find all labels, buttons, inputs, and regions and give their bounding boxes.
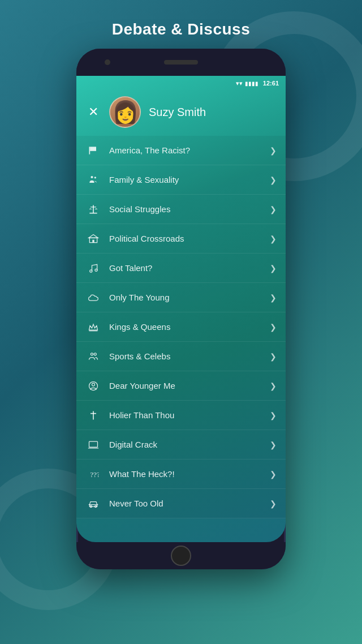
laptop-icon	[85, 437, 101, 453]
flag-icon	[85, 143, 101, 158]
front-camera	[105, 59, 110, 65]
phone-bottom-bezel	[76, 542, 286, 569]
chevron-icon: ❯	[270, 175, 277, 184]
close-button[interactable]: ✕	[85, 104, 101, 120]
family-icon	[85, 172, 101, 188]
chevron-icon: ❯	[270, 411, 277, 420]
chevron-icon: ❯	[270, 440, 277, 449]
menu-item-america-the-racist[interactable]: America, The Racist? ❯	[76, 136, 286, 165]
menu-item-label: Got Talent?	[109, 263, 270, 273]
time-display: 12:61	[263, 80, 279, 87]
chevron-icon: ❯	[270, 146, 277, 155]
menu-item-political-crossroads[interactable]: Political Crossroads ❯	[76, 224, 286, 254]
svg-point-12	[90, 353, 93, 355]
avatar	[109, 96, 141, 128]
menu-item-label: America, The Racist?	[109, 145, 270, 155]
question-icon: ???	[85, 466, 101, 482]
menu-item-what-the-heck[interactable]: ??? What The Heck?! ❯	[76, 460, 286, 489]
svg-point-1	[90, 175, 93, 178]
menu-list: America, The Racist? ❯ Family & Sexualit…	[76, 136, 286, 542]
nav-header: ✕ Suzy Smith	[76, 91, 286, 136]
svg-rect-18	[89, 441, 98, 447]
status-bar: ▾▾ ▮▮▮▮ 12:61	[76, 76, 286, 91]
menu-item-sports-celebs[interactable]: Sports & Celebs ❯	[76, 342, 286, 371]
menu-item-label: Social Struggles	[109, 204, 270, 214]
cloud-icon	[85, 290, 101, 306]
svg-rect-0	[89, 147, 90, 154]
menu-item-label: Family & Sexuality	[109, 175, 270, 184]
cross-icon	[85, 407, 101, 423]
menu-item-kings-queens[interactable]: Kings & Queens ❯	[76, 312, 286, 342]
menu-item-holier-than-thou[interactable]: Holier Than Thou ❯	[76, 401, 286, 430]
avatar-image	[110, 97, 140, 127]
menu-item-label: Only The Young	[109, 293, 270, 302]
menu-item-dear-younger-me[interactable]: Dear Younger Me ❯	[76, 371, 286, 401]
circle-person-icon	[85, 378, 101, 394]
menu-item-label: What The Heck?!	[109, 469, 270, 479]
phone-top-bezel	[76, 49, 286, 76]
building-icon	[85, 231, 101, 247]
menu-item-label: Sports & Celebs	[109, 351, 270, 361]
svg-text:???: ???	[90, 470, 99, 479]
people-icon	[85, 349, 101, 364]
chevron-icon: ❯	[270, 264, 277, 273]
close-icon: ✕	[88, 106, 98, 118]
svg-rect-8	[92, 239, 94, 242]
battery-icon: ▮▮▮▮	[245, 80, 258, 87]
menu-item-label: Digital Crack	[109, 440, 270, 449]
user-name: Suzy Smith	[149, 106, 206, 119]
scales-icon	[85, 201, 101, 217]
chevron-icon: ❯	[270, 205, 277, 214]
menu-item-label: Holier Than Thou	[109, 410, 270, 420]
svg-point-15	[92, 383, 95, 386]
car-icon	[85, 496, 101, 512]
chevron-icon: ❯	[270, 499, 277, 508]
chevron-icon: ❯	[270, 234, 277, 243]
chevron-icon: ❯	[270, 323, 277, 332]
wifi-icon: ▾▾	[236, 80, 243, 87]
status-icons: ▾▾ ▮▮▮▮ 12:61	[236, 80, 279, 87]
chevron-icon: ❯	[270, 470, 277, 479]
chevron-icon: ❯	[270, 293, 277, 302]
menu-item-got-talent[interactable]: Got Talent? ❯	[76, 254, 286, 283]
menu-item-label: Dear Younger Me	[109, 381, 270, 390]
chevron-icon: ❯	[270, 352, 277, 361]
svg-marker-7	[89, 234, 98, 238]
page-title: Debate & Discuss	[112, 20, 251, 38]
menu-item-never-too-old[interactable]: Never Too Old ❯	[76, 489, 286, 518]
svg-point-2	[94, 177, 96, 178]
menu-item-digital-crack[interactable]: Digital Crack ❯	[76, 430, 286, 460]
menu-item-label: Political Crossroads	[109, 234, 270, 243]
menu-item-label: Kings & Queens	[109, 322, 270, 332]
phone-screen: ▾▾ ▮▮▮▮ 12:61 ✕ Suzy Smith America, The …	[76, 76, 286, 542]
menu-item-only-the-young[interactable]: Only The Young ❯	[76, 283, 286, 312]
svg-point-9	[90, 269, 92, 272]
home-button[interactable]	[171, 546, 191, 566]
svg-point-13	[94, 353, 96, 355]
phone-speaker	[164, 60, 198, 65]
music-icon	[85, 260, 101, 276]
menu-item-label: Never Too Old	[109, 499, 270, 508]
menu-item-family-sexuality[interactable]: Family & Sexuality ❯	[76, 165, 286, 195]
crown-icon	[85, 319, 101, 335]
chevron-icon: ❯	[270, 381, 277, 390]
menu-item-social-struggles[interactable]: Social Struggles ❯	[76, 195, 286, 224]
phone-device: ▾▾ ▮▮▮▮ 12:61 ✕ Suzy Smith America, The …	[76, 49, 286, 569]
